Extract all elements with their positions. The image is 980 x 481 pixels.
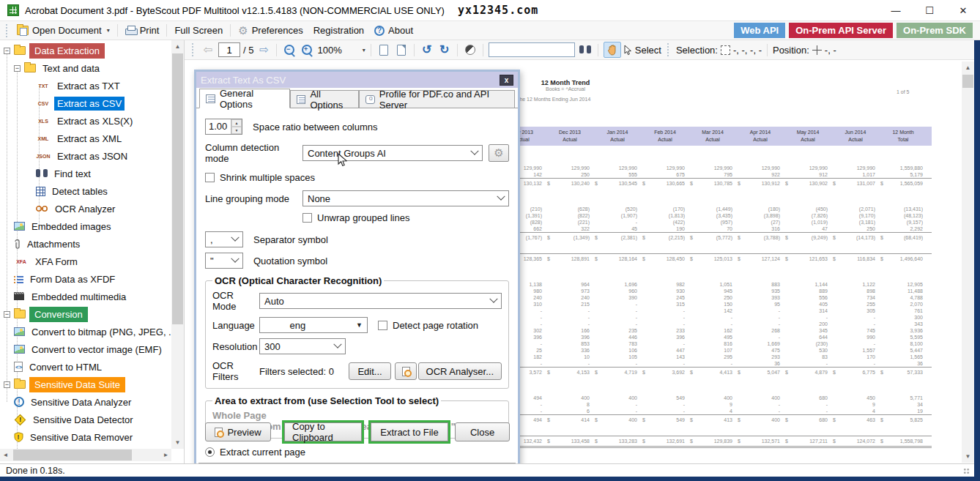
fit-width-button[interactable]: [394, 42, 409, 58]
collapse-icon[interactable]: −: [14, 65, 21, 72]
collapse-icon[interactable]: −: [4, 381, 10, 388]
promo-button-on-prem-api-server[interactable]: On-Prem API Server: [789, 23, 893, 38]
sidebar-item-text-and-data[interactable]: −Text and data: [0, 59, 171, 77]
dialog-title-bar[interactable]: Extract Text As CSV x: [196, 72, 518, 88]
fit-page-button[interactable]: [376, 42, 391, 58]
chevron-down-icon[interactable]: ▾: [107, 27, 110, 34]
ocr-mode-select[interactable]: Auto: [259, 293, 502, 309]
sidebar-item-find-text[interactable]: Find text: [0, 165, 171, 182]
sidebar-item-sensitive-data-suite[interactable]: −Sensitive Data Suite: [0, 376, 171, 393]
column-detection-settings-button[interactable]: ⚙: [489, 144, 509, 162]
promo-button-on-prem-sdk[interactable]: On-Prem SDK: [897, 23, 973, 38]
sidebar-item-convert-to-bitmap-png-jpeg[interactable]: Convert to bitmap (PNG, JPEG, .: [0, 323, 171, 340]
spin-down-icon[interactable]: ▼: [231, 127, 242, 134]
sidebar-item-extract-as-xml[interactable]: XMLExtract as XML: [0, 130, 171, 147]
sidebar-item-extract-as-json[interactable]: JSONExtract as JSON: [0, 147, 171, 165]
scrollbar-thumb[interactable]: [172, 53, 183, 324]
sidebar-item-embedded-images[interactable]: Embedded images: [0, 217, 171, 235]
previous-page-button[interactable]: ⇦: [201, 42, 215, 58]
preferences-button[interactable]: ⚙ Preferences: [233, 23, 308, 38]
rotate-left-button[interactable]: ↺: [420, 42, 434, 58]
sidebar-item-sensitive-data-remover[interactable]: !Sensitive Data Remover: [0, 428, 171, 446]
sidebar-item-ocr-analyzer[interactable]: OCR Analyzer: [0, 200, 171, 217]
search-input[interactable]: [489, 42, 575, 57]
extract-to-file-button[interactable]: Extract to File: [371, 422, 448, 441]
sidebar-item-label: Attachments: [24, 237, 83, 251]
sidebar-item-convert-to-html[interactable]: <>Convert to HTML: [0, 358, 171, 376]
rotate-right-button[interactable]: ↻: [437, 42, 452, 58]
language-select[interactable]: eng▼: [259, 317, 368, 333]
preview-button[interactable]: Preview: [205, 422, 271, 441]
zoom-dropdown-icon[interactable]: ▾: [363, 47, 365, 53]
invert-colors-button[interactable]: [463, 42, 478, 58]
resolution-select[interactable]: 300: [259, 338, 346, 354]
close-dialog-button[interactable]: Close: [455, 422, 510, 441]
collapse-icon[interactable]: −: [4, 311, 10, 318]
separator-symbol-select[interactable]: ,: [205, 231, 243, 247]
copy-to-clipboard-highlight: Copy to Clipboard: [282, 420, 364, 444]
zoom-in-button[interactable]: +: [300, 42, 314, 58]
scrollbar-thumb[interactable]: [13, 450, 132, 461]
open-document-button[interactable]: Open Document ▾: [12, 23, 115, 38]
page-number-input[interactable]: [218, 42, 240, 57]
scroll-up-icon[interactable]: ▲: [962, 61, 974, 74]
sidebar-item-convert-to-vector-image-emf[interactable]: Convert to vector image (EMF): [0, 340, 171, 358]
column-detection-select[interactable]: Content Groups AI: [302, 145, 483, 161]
about-button[interactable]: ? About: [369, 23, 418, 38]
scroll-right-icon[interactable]: ►: [160, 449, 171, 461]
sidebar-item-label: Form Data as XFDF: [27, 272, 118, 286]
registration-button[interactable]: Registration: [308, 23, 369, 38]
sidebar-item-sensitive-data-analyzer[interactable]: !Sensitive Data Analyzer: [0, 393, 171, 411]
spin-up-icon[interactable]: ▲: [231, 119, 242, 127]
tab-all-options[interactable]: All Options: [290, 90, 359, 108]
shrink-spaces-checkbox[interactable]: [205, 173, 215, 182]
promo-button-web-api[interactable]: Web API: [734, 23, 785, 38]
zoom-out-button[interactable]: −: [282, 42, 297, 58]
sidebar-item-sensitive-data-detector[interactable]: Sensitive Data Detector: [0, 411, 171, 428]
sidebar-item-attachments[interactable]: Attachments: [0, 235, 171, 253]
dialog-close-button[interactable]: x: [500, 75, 513, 86]
full-screen-button[interactable]: Full Screen: [169, 23, 228, 38]
resize-grip[interactable]: [963, 468, 970, 474]
document-vertical-scrollbar[interactable]: ▲ ▼: [962, 61, 974, 463]
sidebar-item-embedded-multimedia[interactable]: Embedded multimedia: [0, 288, 171, 305]
sidebar-item-conversion[interactable]: −Conversion: [0, 305, 171, 323]
quotation-symbol-select[interactable]: ": [205, 253, 243, 269]
scrollbar-thumb[interactable]: [962, 75, 973, 88]
copy-to-clipboard-button[interactable]: Copy to Clipboard: [284, 422, 362, 441]
sidebar-item-xfa-form[interactable]: XFAXFA Form: [0, 253, 171, 270]
zoom-level-value[interactable]: 100%: [317, 45, 341, 56]
shrink-spaces-label: Shrink multiple spaces: [220, 172, 315, 183]
next-page-button[interactable]: ⇨: [256, 42, 271, 58]
filters-preview-button[interactable]: [395, 362, 417, 380]
sidebar-vertical-scrollbar[interactable]: ▲ ▼: [171, 40, 184, 449]
line-grouping-select[interactable]: None: [302, 190, 509, 206]
sidebar-item-extract-as-txt[interactable]: TXTExtract as TXT: [0, 77, 171, 94]
sidebar-item-detect-tables[interactable]: Detect tables: [0, 182, 171, 200]
ocr-analyser-button[interactable]: OCR Analyser...: [418, 362, 502, 380]
close-button[interactable]: ✕: [946, 0, 980, 20]
minimize-button[interactable]: —: [879, 0, 913, 20]
sidebar-item-extract-as-xls-x[interactable]: XLSExtract as XLS(X): [0, 112, 171, 130]
collapse-icon[interactable]: −: [4, 48, 10, 54]
tab-general-options[interactable]: General Options: [199, 89, 290, 108]
extract-current-page-radio[interactable]: [205, 447, 215, 457]
sidebar-item-form-data-as-xfdf[interactable]: Form Data as XFDF: [0, 270, 171, 288]
maximize-button[interactable]: ☐: [913, 0, 946, 20]
space-ratio-spinner[interactable]: 1.00 ▲▼: [205, 119, 242, 135]
edit-filters-button[interactable]: Edit...: [349, 362, 391, 380]
detect-page-rotation-checkbox[interactable]: [378, 321, 387, 330]
scroll-up-icon[interactable]: ▲: [171, 40, 184, 53]
hand-tool-button[interactable]: [604, 42, 621, 58]
tab-profile-for-pdf-co-and-api-server[interactable]: Profile for PDF.co and API Server: [359, 90, 515, 108]
scroll-down-icon[interactable]: ▼: [962, 450, 974, 463]
find-button[interactable]: [578, 42, 593, 58]
print-button[interactable]: Print: [120, 23, 165, 38]
select-tool-button[interactable]: Select: [624, 42, 661, 58]
sidebar-item-extract-as-csv[interactable]: CSVExtract as CSV: [0, 94, 171, 112]
sidebar-horizontal-scrollbar[interactable]: ◄ ►: [0, 449, 171, 461]
sidebar-item-data-extraction[interactable]: −Data Extraction: [0, 42, 171, 59]
scroll-down-icon[interactable]: ▼: [171, 436, 184, 449]
unwrap-grouped-lines-checkbox[interactable]: [302, 213, 312, 223]
scroll-left-icon[interactable]: ◄: [0, 449, 11, 461]
